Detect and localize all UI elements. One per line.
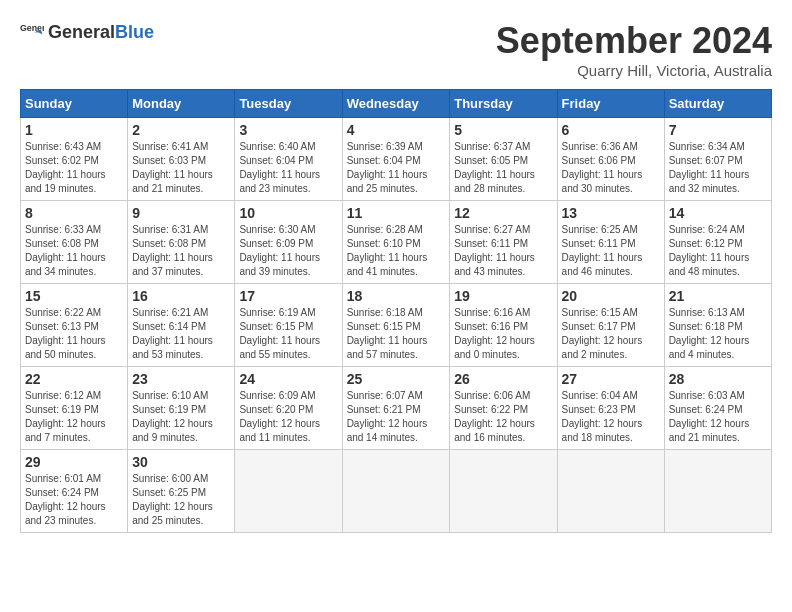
day-number: 6 <box>562 122 660 138</box>
day-info: Sunrise: 6:25 AMSunset: 6:11 PMDaylight:… <box>562 223 660 279</box>
day-number: 8 <box>25 205 123 221</box>
day-info: Sunrise: 6:15 AMSunset: 6:17 PMDaylight:… <box>562 306 660 362</box>
day-number: 1 <box>25 122 123 138</box>
calendar-cell: 18Sunrise: 6:18 AMSunset: 6:15 PMDayligh… <box>342 284 450 367</box>
calendar-cell: 5Sunrise: 6:37 AMSunset: 6:05 PMDaylight… <box>450 118 557 201</box>
calendar-header-row: SundayMondayTuesdayWednesdayThursdayFrid… <box>21 90 772 118</box>
day-info: Sunrise: 6:31 AMSunset: 6:08 PMDaylight:… <box>132 223 230 279</box>
calendar-cell: 15Sunrise: 6:22 AMSunset: 6:13 PMDayligh… <box>21 284 128 367</box>
weekday-header: Monday <box>128 90 235 118</box>
day-info: Sunrise: 6:36 AMSunset: 6:06 PMDaylight:… <box>562 140 660 196</box>
day-number: 10 <box>239 205 337 221</box>
day-info: Sunrise: 6:21 AMSunset: 6:14 PMDaylight:… <box>132 306 230 362</box>
day-info: Sunrise: 6:30 AMSunset: 6:09 PMDaylight:… <box>239 223 337 279</box>
calendar-cell: 7Sunrise: 6:34 AMSunset: 6:07 PMDaylight… <box>664 118 771 201</box>
calendar-cell: 14Sunrise: 6:24 AMSunset: 6:12 PMDayligh… <box>664 201 771 284</box>
calendar-cell: 30Sunrise: 6:00 AMSunset: 6:25 PMDayligh… <box>128 450 235 533</box>
day-number: 4 <box>347 122 446 138</box>
weekday-header: Wednesday <box>342 90 450 118</box>
day-number: 19 <box>454 288 552 304</box>
page-header: General GeneralBlue September 2024 Quarr… <box>20 20 772 79</box>
calendar-cell <box>664 450 771 533</box>
day-info: Sunrise: 6:18 AMSunset: 6:15 PMDaylight:… <box>347 306 446 362</box>
location-subtitle: Quarry Hill, Victoria, Australia <box>496 62 772 79</box>
day-number: 20 <box>562 288 660 304</box>
day-info: Sunrise: 6:06 AMSunset: 6:22 PMDaylight:… <box>454 389 552 445</box>
calendar-cell: 16Sunrise: 6:21 AMSunset: 6:14 PMDayligh… <box>128 284 235 367</box>
day-number: 14 <box>669 205 767 221</box>
day-info: Sunrise: 6:39 AMSunset: 6:04 PMDaylight:… <box>347 140 446 196</box>
day-number: 23 <box>132 371 230 387</box>
calendar-cell: 2Sunrise: 6:41 AMSunset: 6:03 PMDaylight… <box>128 118 235 201</box>
weekday-header: Friday <box>557 90 664 118</box>
day-info: Sunrise: 6:24 AMSunset: 6:12 PMDaylight:… <box>669 223 767 279</box>
logo-general: General <box>48 22 115 42</box>
day-info: Sunrise: 6:09 AMSunset: 6:20 PMDaylight:… <box>239 389 337 445</box>
calendar-cell: 27Sunrise: 6:04 AMSunset: 6:23 PMDayligh… <box>557 367 664 450</box>
day-number: 13 <box>562 205 660 221</box>
weekday-header: Thursday <box>450 90 557 118</box>
calendar-cell: 26Sunrise: 6:06 AMSunset: 6:22 PMDayligh… <box>450 367 557 450</box>
day-number: 11 <box>347 205 446 221</box>
calendar-cell: 8Sunrise: 6:33 AMSunset: 6:08 PMDaylight… <box>21 201 128 284</box>
day-number: 16 <box>132 288 230 304</box>
calendar-week-row: 22Sunrise: 6:12 AMSunset: 6:19 PMDayligh… <box>21 367 772 450</box>
day-info: Sunrise: 6:40 AMSunset: 6:04 PMDaylight:… <box>239 140 337 196</box>
weekday-header: Tuesday <box>235 90 342 118</box>
title-block: September 2024 Quarry Hill, Victoria, Au… <box>496 20 772 79</box>
day-number: 22 <box>25 371 123 387</box>
calendar-cell: 22Sunrise: 6:12 AMSunset: 6:19 PMDayligh… <box>21 367 128 450</box>
logo-icon: General <box>20 20 44 44</box>
day-number: 5 <box>454 122 552 138</box>
calendar-table: SundayMondayTuesdayWednesdayThursdayFrid… <box>20 89 772 533</box>
day-info: Sunrise: 6:41 AMSunset: 6:03 PMDaylight:… <box>132 140 230 196</box>
day-number: 9 <box>132 205 230 221</box>
calendar-cell: 1Sunrise: 6:43 AMSunset: 6:02 PMDaylight… <box>21 118 128 201</box>
day-number: 2 <box>132 122 230 138</box>
day-info: Sunrise: 6:28 AMSunset: 6:10 PMDaylight:… <box>347 223 446 279</box>
calendar-cell: 3Sunrise: 6:40 AMSunset: 6:04 PMDaylight… <box>235 118 342 201</box>
day-info: Sunrise: 6:00 AMSunset: 6:25 PMDaylight:… <box>132 472 230 528</box>
day-info: Sunrise: 6:13 AMSunset: 6:18 PMDaylight:… <box>669 306 767 362</box>
calendar-cell: 6Sunrise: 6:36 AMSunset: 6:06 PMDaylight… <box>557 118 664 201</box>
day-number: 12 <box>454 205 552 221</box>
calendar-cell <box>235 450 342 533</box>
day-info: Sunrise: 6:37 AMSunset: 6:05 PMDaylight:… <box>454 140 552 196</box>
calendar-cell: 19Sunrise: 6:16 AMSunset: 6:16 PMDayligh… <box>450 284 557 367</box>
day-number: 28 <box>669 371 767 387</box>
calendar-cell: 13Sunrise: 6:25 AMSunset: 6:11 PMDayligh… <box>557 201 664 284</box>
calendar-week-row: 29Sunrise: 6:01 AMSunset: 6:24 PMDayligh… <box>21 450 772 533</box>
day-number: 18 <box>347 288 446 304</box>
weekday-header: Sunday <box>21 90 128 118</box>
month-title: September 2024 <box>496 20 772 62</box>
day-number: 29 <box>25 454 123 470</box>
day-info: Sunrise: 6:12 AMSunset: 6:19 PMDaylight:… <box>25 389 123 445</box>
day-number: 30 <box>132 454 230 470</box>
day-info: Sunrise: 6:19 AMSunset: 6:15 PMDaylight:… <box>239 306 337 362</box>
day-number: 26 <box>454 371 552 387</box>
day-info: Sunrise: 6:33 AMSunset: 6:08 PMDaylight:… <box>25 223 123 279</box>
calendar-cell: 29Sunrise: 6:01 AMSunset: 6:24 PMDayligh… <box>21 450 128 533</box>
calendar-cell <box>342 450 450 533</box>
weekday-header: Saturday <box>664 90 771 118</box>
day-number: 25 <box>347 371 446 387</box>
day-info: Sunrise: 6:10 AMSunset: 6:19 PMDaylight:… <box>132 389 230 445</box>
calendar-cell: 10Sunrise: 6:30 AMSunset: 6:09 PMDayligh… <box>235 201 342 284</box>
calendar-cell: 28Sunrise: 6:03 AMSunset: 6:24 PMDayligh… <box>664 367 771 450</box>
day-info: Sunrise: 6:16 AMSunset: 6:16 PMDaylight:… <box>454 306 552 362</box>
calendar-cell: 25Sunrise: 6:07 AMSunset: 6:21 PMDayligh… <box>342 367 450 450</box>
calendar-cell: 11Sunrise: 6:28 AMSunset: 6:10 PMDayligh… <box>342 201 450 284</box>
calendar-cell: 20Sunrise: 6:15 AMSunset: 6:17 PMDayligh… <box>557 284 664 367</box>
day-number: 7 <box>669 122 767 138</box>
day-number: 27 <box>562 371 660 387</box>
day-number: 3 <box>239 122 337 138</box>
calendar-cell: 17Sunrise: 6:19 AMSunset: 6:15 PMDayligh… <box>235 284 342 367</box>
calendar-week-row: 15Sunrise: 6:22 AMSunset: 6:13 PMDayligh… <box>21 284 772 367</box>
day-info: Sunrise: 6:34 AMSunset: 6:07 PMDaylight:… <box>669 140 767 196</box>
day-info: Sunrise: 6:03 AMSunset: 6:24 PMDaylight:… <box>669 389 767 445</box>
calendar-cell <box>557 450 664 533</box>
day-info: Sunrise: 6:04 AMSunset: 6:23 PMDaylight:… <box>562 389 660 445</box>
calendar-cell: 24Sunrise: 6:09 AMSunset: 6:20 PMDayligh… <box>235 367 342 450</box>
day-number: 24 <box>239 371 337 387</box>
calendar-cell: 12Sunrise: 6:27 AMSunset: 6:11 PMDayligh… <box>450 201 557 284</box>
